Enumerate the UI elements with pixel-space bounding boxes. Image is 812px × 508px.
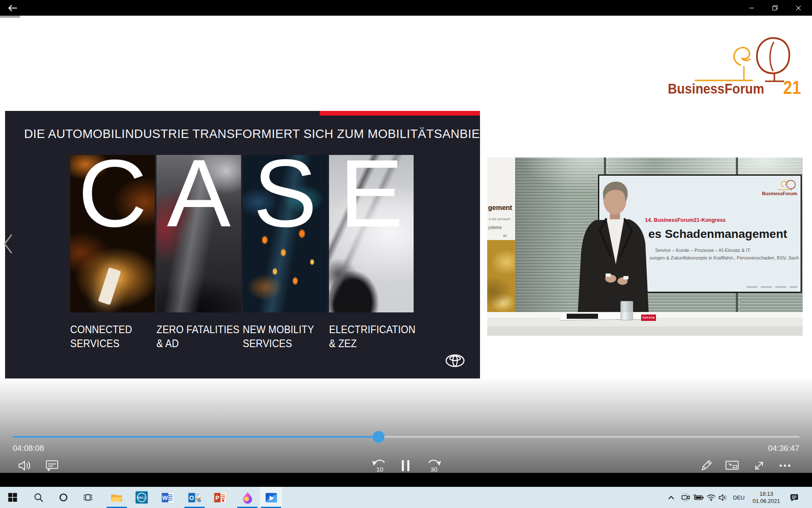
- pause-button[interactable]: [395, 456, 416, 475]
- screen-subtitle-2: sungen & Zukunftskonzepte in Kraftfahrt-…: [650, 255, 799, 260]
- case-letter-e: E: [329, 155, 414, 232]
- water-glass: [620, 301, 633, 320]
- minimize-icon: [749, 6, 754, 11]
- skip-back-button[interactable]: 10: [369, 456, 390, 475]
- desk: TOYOTA: [487, 312, 803, 336]
- file-explorer-button[interactable]: [106, 487, 128, 508]
- case-letter-s: S: [243, 155, 327, 232]
- screen-kongress-line: 14. BusinessForum21-Kongress: [645, 217, 726, 223]
- cortana-button[interactable]: [52, 487, 74, 508]
- meet-now-button[interactable]: [680, 487, 691, 508]
- network-status-icon[interactable]: [705, 487, 716, 508]
- task-view-button[interactable]: [77, 487, 99, 508]
- slide-title: DIE AUTOMOBILINDUSTRIE TRANSFORMIERT SIC…: [24, 127, 480, 141]
- toyota-logo-icon: [444, 352, 466, 369]
- close-icon: [796, 6, 801, 11]
- toyota-desk-label: TOYOTA: [641, 315, 656, 321]
- windows-logo-icon: [8, 493, 17, 502]
- volume-status-icon[interactable]: [717, 487, 729, 508]
- paper-dark-label: [567, 314, 598, 319]
- clock-time: 18:13: [760, 490, 774, 497]
- seek-handle[interactable]: [373, 431, 384, 443]
- volume-button[interactable]: [15, 456, 36, 475]
- logo-year-text: 21: [783, 77, 801, 97]
- poster-line1: gement: [488, 204, 512, 212]
- movies-tv-icon: [265, 491, 277, 504]
- poster-line2: in Kfz und Sach!: [489, 218, 510, 221]
- battery-icon: [693, 494, 704, 501]
- letterbox-strip: [0, 473, 812, 487]
- speaker-icon: [719, 494, 728, 501]
- word-icon: W: [162, 492, 174, 503]
- word-button[interactable]: W: [157, 487, 179, 508]
- skip-back-label: 10: [376, 466, 384, 473]
- battery-status-icon[interactable]: [692, 487, 705, 508]
- seek-bar-fill: [13, 436, 379, 438]
- more-options-button[interactable]: [775, 456, 795, 475]
- fullscreen-icon: [753, 460, 765, 472]
- dell-app-button[interactable]: DELL: [131, 487, 153, 508]
- flipchart-poster: gement in Kfz und Sach! ysteme KI: [487, 157, 515, 313]
- minimize-button[interactable]: [742, 0, 761, 16]
- label-connected-services: CONNECTED SERVICES: [70, 323, 156, 351]
- back-button[interactable]: [3, 0, 22, 16]
- panel-connected-photo: C: [70, 155, 155, 312]
- search-icon: [34, 493, 44, 502]
- tray-expand-button[interactable]: [665, 487, 678, 508]
- elapsed-time: 04:08:08: [13, 444, 44, 453]
- pause-icon: [401, 460, 410, 472]
- taskbar: DELL W O: [0, 487, 812, 508]
- panel-zero-fatalities-photo: A: [156, 155, 241, 312]
- search-button[interactable]: [27, 487, 49, 508]
- clock[interactable]: 18:13 01.06.2021: [749, 487, 784, 508]
- captions-button[interactable]: [42, 456, 62, 475]
- label-new-mobility: NEW MOBILITY SERVICES: [243, 323, 328, 351]
- dell-label: DELL: [137, 496, 145, 499]
- poster-line3: ysteme: [488, 225, 502, 230]
- slide-video-area[interactable]: DIE AUTOMOBILINDUSTRIE TRANSFORMIERT SIC…: [5, 111, 480, 378]
- language-indicator[interactable]: DEU: [731, 487, 747, 508]
- start-button[interactable]: [2, 487, 24, 508]
- previous-button[interactable]: [3, 233, 14, 255]
- action-center-button[interactable]: [787, 487, 801, 508]
- skip-forward-label: 30: [431, 466, 438, 473]
- titlebar: [0, 0, 812, 16]
- movies-tv-button[interactable]: [260, 487, 282, 508]
- pencil-icon: [700, 459, 713, 472]
- outlook-button[interactable]: O: [184, 487, 206, 508]
- task-view-icon: [83, 493, 93, 502]
- camera-icon: [680, 493, 691, 502]
- fullscreen-button[interactable]: [749, 456, 769, 475]
- label-zero-fatalities: ZERO FATALITIES & AD: [156, 323, 242, 351]
- outlook-letter: O: [189, 494, 194, 501]
- ellipsis-icon: [779, 460, 791, 471]
- restore-button[interactable]: [765, 0, 785, 16]
- poster-gold-image: [487, 240, 515, 313]
- wifi-icon: [706, 494, 716, 501]
- clock-date: 01.06.2021: [752, 497, 780, 505]
- seek-bar[interactable]: [13, 436, 799, 438]
- screen: BusinessForum 21 DIE AUTOMOBILINDUSTRIE …: [0, 0, 812, 508]
- presenter-video[interactable]: gement in Kfz und Sach! ysteme KI Busine…: [487, 157, 803, 336]
- powerpoint-icon: P: [214, 492, 227, 503]
- volume-icon: [18, 460, 33, 472]
- miniplayer-icon: [725, 460, 739, 471]
- restore-icon: [772, 5, 778, 11]
- panel-electrification-photo: E: [329, 155, 414, 312]
- slide-red-bar: [320, 111, 480, 116]
- logo-brand-text: BusinessForum: [668, 80, 764, 97]
- skip-forward-button[interactable]: 30: [424, 456, 444, 475]
- miniplayer-button[interactable]: [722, 456, 742, 475]
- close-button[interactable]: [789, 0, 808, 16]
- notification-icon: [790, 494, 798, 502]
- back-arrow-icon: [7, 3, 18, 14]
- captions-icon: [46, 460, 58, 472]
- drop-app-button[interactable]: [236, 487, 258, 508]
- businessforum21-logo: BusinessForum 21: [662, 34, 804, 97]
- outlook-icon: O: [188, 491, 201, 503]
- powerpoint-button[interactable]: P: [209, 487, 231, 508]
- screen-title: es Schadenmanagement: [648, 227, 787, 241]
- poster-line4: KI: [503, 234, 507, 238]
- edit-button[interactable]: [696, 456, 716, 475]
- file-explorer-icon: [111, 493, 123, 502]
